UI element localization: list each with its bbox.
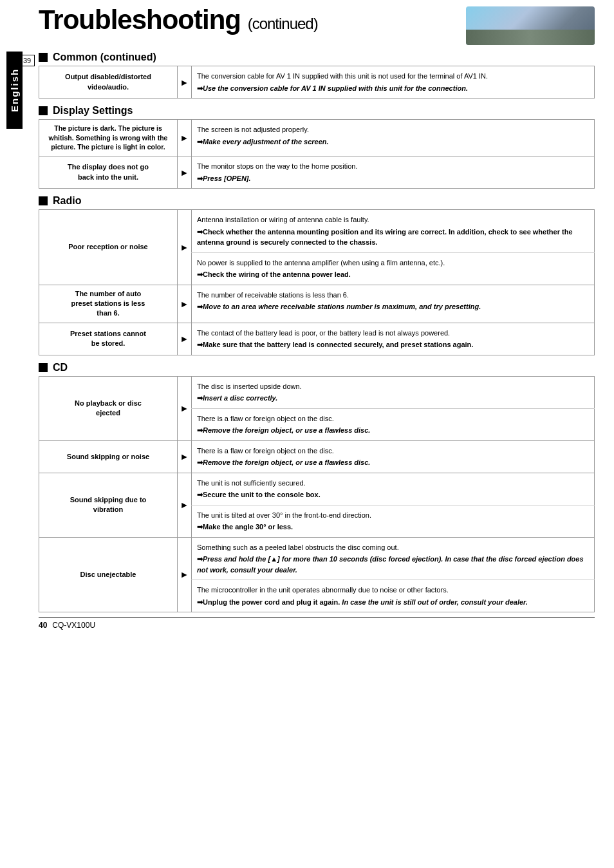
page-badge: 39 bbox=[19, 55, 35, 66]
solution-cell: The monitor stops on the way to the home… bbox=[192, 156, 595, 189]
section-square-icon bbox=[39, 106, 48, 115]
arrow-icon: ► bbox=[178, 66, 192, 99]
table-row: The picture is dark. The picture is whit… bbox=[39, 120, 595, 156]
solution-action: ➡Make the angle 30° or less. bbox=[197, 522, 589, 533]
solution-text: The screen is not adjusted properly. bbox=[197, 124, 589, 135]
solution-action: ➡Check whether the antenna mounting posi… bbox=[197, 227, 589, 248]
solution-action: ➡Use the conversion cable for AV 1 IN su… bbox=[197, 83, 589, 94]
table-row: Poor reception or noise ► Antenna instal… bbox=[39, 210, 595, 253]
solution-action: ➡Move to an area where receivable statio… bbox=[197, 301, 589, 312]
table-row: Sound skipping due tovibration ► The uni… bbox=[39, 473, 595, 505]
footer-model-number: CQ-VX100U bbox=[52, 621, 95, 630]
cd-table: No playback or discejected ► The disc is… bbox=[39, 376, 595, 613]
footer-page-number: 40 bbox=[39, 621, 47, 630]
solution-action: ➡Remove the foreign object, or use a fla… bbox=[197, 425, 589, 436]
solution-text: The contact of the battery lead is poor,… bbox=[197, 328, 589, 339]
page-footer: 40 CQ-VX100U bbox=[39, 618, 595, 630]
solution-text: The microcontroller in the unit operates… bbox=[197, 585, 589, 596]
solution-cell: The unit is not sufficiently secured. ➡S… bbox=[192, 473, 595, 505]
solution-cell: The disc is inserted upside down. ➡Inser… bbox=[192, 376, 595, 408]
problem-cell: The picture is dark. The picture is whit… bbox=[39, 120, 178, 156]
radio-table: Poor reception or noise ► Antenna instal… bbox=[39, 209, 595, 355]
solution-text: There is a flaw or foreign object on the… bbox=[197, 446, 589, 457]
section-radio: Radio bbox=[39, 195, 595, 207]
solution-cell: The screen is not adjusted properly. ➡Ma… bbox=[192, 120, 595, 156]
arrow-icon: ► bbox=[178, 537, 192, 612]
section-display-title: Display Settings bbox=[53, 105, 133, 117]
problem-cell: Sound skipping or noise bbox=[39, 440, 178, 473]
section-common-title: Common (continued) bbox=[53, 52, 156, 63]
solution-cell: Something such as a peeled label obstruc… bbox=[192, 537, 595, 580]
arrow-icon: ► bbox=[178, 323, 192, 355]
solution-action: ➡Remove the foreign object, or use a fla… bbox=[197, 457, 589, 468]
solution-action: ➡Make sure that the battery lead is conn… bbox=[197, 339, 589, 350]
solution-cell: Antenna installation or wiring of antenn… bbox=[192, 210, 595, 253]
solution-text: Antenna installation or wiring of antenn… bbox=[197, 214, 589, 225]
arrow-icon: ► bbox=[178, 473, 192, 537]
solution-cell: The number of receivable stations is les… bbox=[192, 285, 595, 323]
problem-cell: Sound skipping due tovibration bbox=[39, 473, 178, 537]
solution-action: ➡Check the wiring of the antenna power l… bbox=[197, 269, 589, 280]
problem-cell: Preset stations cannotbe stored. bbox=[39, 323, 178, 355]
table-row: Sound skipping or noise ► There is a fla… bbox=[39, 440, 595, 473]
solution-cell: There is a flaw or foreign object on the… bbox=[192, 408, 595, 440]
section-cd: CD bbox=[39, 362, 595, 373]
solution-action: ➡Make every adjustment of the screen. bbox=[197, 137, 589, 147]
table-row: The display does not goback into the uni… bbox=[39, 156, 595, 189]
arrow-icon: ► bbox=[178, 210, 192, 285]
solution-action: ➡Press and hold the [▲] for more than 10… bbox=[197, 554, 589, 575]
section-cd-title: CD bbox=[53, 362, 68, 373]
solution-cell: The contact of the battery lead is poor,… bbox=[192, 323, 595, 355]
solution-text: The conversion cable for AV 1 IN supplie… bbox=[197, 71, 589, 82]
solution-text: There is a flaw or foreign object on the… bbox=[197, 413, 589, 424]
solution-text: The monitor stops on the way to the home… bbox=[197, 161, 589, 172]
problem-cell: No playback or discejected bbox=[39, 376, 178, 440]
arrow-icon: ► bbox=[178, 120, 192, 156]
solution-text: The unit is not sufficiently secured. bbox=[197, 478, 589, 489]
solution-cell: No power is supplied to the antenna ampl… bbox=[192, 252, 595, 285]
problem-cell: The display does not goback into the uni… bbox=[39, 156, 178, 189]
table-row: The number of autopreset stations is les… bbox=[39, 285, 595, 323]
section-common-continued: Common (continued) bbox=[39, 52, 595, 63]
problem-cell: Output disabled/distortedvideo/audio. bbox=[39, 66, 178, 99]
arrow-icon: ► bbox=[178, 376, 192, 440]
page-title: Troubleshooting (continued) bbox=[39, 6, 466, 33]
solution-cell: There is a flaw or foreign object on the… bbox=[192, 440, 595, 473]
arrow-icon: ► bbox=[178, 156, 192, 189]
section-square-icon bbox=[39, 196, 48, 205]
solution-cell: The conversion cable for AV 1 IN supplie… bbox=[192, 66, 595, 99]
solution-cell: The unit is tilted at over 30° in the fr… bbox=[192, 505, 595, 537]
table-row: Disc unejectable ► Something such as a p… bbox=[39, 537, 595, 580]
solution-action: ➡Secure the unit to the console box. bbox=[197, 489, 589, 500]
section-display-settings: Display Settings bbox=[39, 105, 595, 117]
solution-text: Something such as a peeled label obstruc… bbox=[197, 542, 589, 553]
problem-cell: Poor reception or noise bbox=[39, 210, 178, 285]
section-radio-title: Radio bbox=[53, 195, 81, 207]
problem-cell: The number of autopreset stations is les… bbox=[39, 285, 178, 323]
solution-action: ➡Unplug the power cord and plug it again… bbox=[197, 597, 589, 608]
solution-text: The disc is inserted upside down. bbox=[197, 381, 589, 392]
display-settings-table: The picture is dark. The picture is whit… bbox=[39, 119, 595, 189]
title-continued: (continued) bbox=[248, 15, 318, 32]
solution-text: The number of receivable stations is les… bbox=[197, 290, 589, 301]
solution-cell: The microcontroller in the unit operates… bbox=[192, 580, 595, 612]
common-continued-table: Output disabled/distortedvideo/audio. ► … bbox=[39, 66, 595, 99]
arrow-icon: ► bbox=[178, 285, 192, 323]
solution-action: ➡Insert a disc correctly. bbox=[197, 393, 589, 404]
arrow-icon: ► bbox=[178, 440, 192, 473]
title-main: Troubleshooting bbox=[39, 5, 241, 35]
solution-text: The unit is tilted at over 30° in the fr… bbox=[197, 510, 589, 521]
solution-text: No power is supplied to the antenna ampl… bbox=[197, 258, 589, 269]
section-square-icon bbox=[39, 53, 48, 62]
table-row: No playback or discejected ► The disc is… bbox=[39, 376, 595, 408]
table-row: Output disabled/distortedvideo/audio. ► … bbox=[39, 66, 595, 99]
problem-cell: Disc unejectable bbox=[39, 537, 178, 612]
header-decorative-image bbox=[466, 6, 595, 45]
page-header: Troubleshooting (continued) bbox=[39, 6, 595, 45]
section-square-icon bbox=[39, 363, 48, 372]
table-row: Preset stations cannotbe stored. ► The c… bbox=[39, 323, 595, 355]
solution-action: ➡Press [OPEN]. bbox=[197, 173, 589, 184]
